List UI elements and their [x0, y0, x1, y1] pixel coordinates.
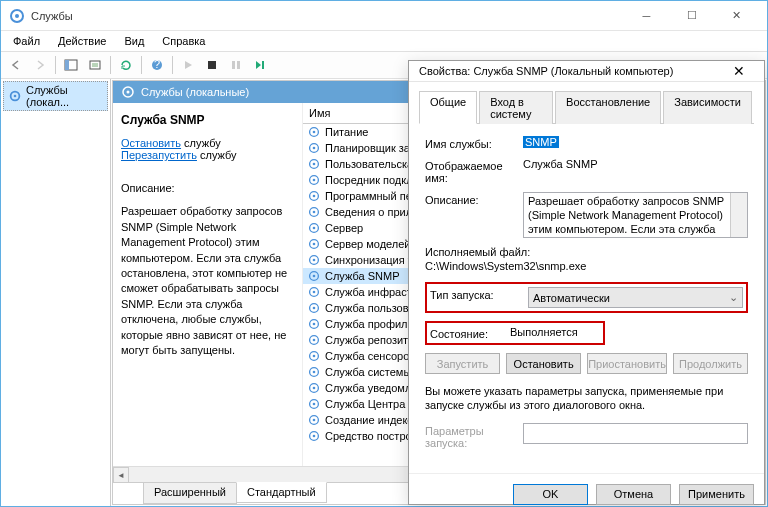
dialog-footer: OK Отмена Применить — [409, 473, 764, 507]
svg-rect-10 — [262, 61, 264, 69]
window-controls: ─ ☐ ✕ — [624, 1, 759, 30]
state-label: Состояние: — [430, 326, 510, 340]
pause-button[interactable]: Приостановить — [587, 353, 667, 374]
menu-help[interactable]: Справка — [154, 33, 213, 49]
startup-combo[interactable]: Автоматически — [528, 287, 743, 308]
svg-point-1 — [15, 14, 19, 18]
tab-recovery[interactable]: Восстановление — [555, 91, 661, 124]
tree-root-label: Службы (локал... — [26, 84, 103, 108]
svg-point-12 — [14, 95, 17, 98]
resume-button[interactable]: Продолжить — [673, 353, 748, 374]
state-highlight: Состояние: Выполняется — [425, 321, 605, 345]
tab-general[interactable]: Общие — [419, 91, 477, 124]
gear-icon — [8, 89, 22, 103]
svg-point-28 — [313, 227, 316, 230]
minimize-button[interactable]: ─ — [624, 1, 669, 30]
titlebar: Службы ─ ☐ ✕ — [1, 1, 767, 31]
play-button[interactable] — [177, 54, 199, 76]
scroll-left-button[interactable]: ◄ — [113, 467, 129, 483]
svg-point-30 — [313, 243, 316, 246]
start-button[interactable]: Запустить — [425, 353, 500, 374]
export-button[interactable] — [84, 54, 106, 76]
selected-service-title: Служба SNMP — [121, 113, 294, 127]
description-textbox[interactable]: Разрешает обработку запросов SNMP (Simpl… — [523, 192, 748, 238]
window-title: Службы — [31, 10, 624, 22]
show-hide-button[interactable] — [60, 54, 82, 76]
tab-logon[interactable]: Вход в систему — [479, 91, 553, 124]
stop-link[interactable]: Остановить — [121, 137, 181, 149]
cancel-button[interactable]: Отмена — [596, 484, 671, 505]
params-input — [523, 423, 748, 444]
maximize-button[interactable]: ☐ — [669, 1, 714, 30]
restart-link[interactable]: Перезапустить — [121, 149, 197, 161]
svg-point-52 — [313, 419, 316, 422]
svg-point-26 — [313, 211, 316, 214]
svg-point-22 — [313, 179, 316, 182]
svg-point-36 — [313, 291, 316, 294]
svg-point-38 — [313, 307, 316, 310]
svg-point-40 — [313, 323, 316, 326]
menu-action[interactable]: Действие — [50, 33, 114, 49]
svg-point-44 — [313, 355, 316, 358]
dialog-tabs: Общие Вход в систему Восстановление Зави… — [419, 90, 754, 124]
restart-button[interactable] — [249, 54, 271, 76]
pause-button[interactable] — [225, 54, 247, 76]
svg-point-42 — [313, 339, 316, 342]
svg-text:?: ? — [154, 59, 160, 70]
dialog-titlebar: Свойства: Служба SNMP (Локальный компьют… — [409, 61, 764, 82]
svg-point-14 — [127, 91, 130, 94]
display-name-value: Служба SNMP — [523, 158, 748, 170]
svg-point-34 — [313, 275, 316, 278]
help-button[interactable]: ? — [146, 54, 168, 76]
tree-root[interactable]: Службы (локал... — [3, 81, 108, 111]
properties-dialog: Свойства: Служба SNMP (Локальный компьют… — [408, 60, 765, 505]
gear-icon — [121, 85, 135, 99]
tree-pane: Службы (локал... — [1, 79, 111, 506]
svg-point-16 — [313, 131, 316, 134]
svg-point-32 — [313, 259, 316, 262]
tab-dependencies[interactable]: Зависимости — [663, 91, 752, 124]
pane-title: Службы (локальные) — [141, 86, 249, 98]
menubar: Файл Действие Вид Справка — [1, 31, 767, 51]
svg-rect-9 — [237, 61, 240, 69]
svg-rect-3 — [65, 60, 69, 70]
startup-label: Тип запуска: — [430, 287, 528, 301]
svg-point-54 — [313, 435, 316, 438]
dialog-title: Свойства: Служба SNMP (Локальный компьют… — [419, 65, 724, 77]
svg-point-46 — [313, 371, 316, 374]
tab-extended[interactable]: Расширенный — [143, 483, 237, 504]
stop-button[interactable] — [201, 54, 223, 76]
svg-rect-7 — [208, 61, 216, 69]
params-hint: Вы можете указать параметры запуска, при… — [425, 384, 748, 413]
tab-standard[interactable]: Стандартный — [236, 482, 327, 503]
svg-rect-4 — [90, 61, 100, 69]
back-button[interactable] — [5, 54, 27, 76]
refresh-button[interactable] — [115, 54, 137, 76]
svg-point-18 — [313, 147, 316, 150]
svg-point-24 — [313, 195, 316, 198]
dialog-close-button[interactable]: ✕ — [724, 61, 754, 81]
display-name-label: Отображаемое имя: — [425, 158, 523, 184]
startup-highlight: Тип запуска: Автоматически — [425, 282, 748, 313]
menu-file[interactable]: Файл — [5, 33, 48, 49]
params-label: Параметры запуска: — [425, 423, 523, 449]
detail-panel: Служба SNMP Остановить службу Перезапуст… — [113, 103, 303, 466]
control-buttons: Запустить Остановить Приостановить Продо… — [425, 353, 748, 374]
menu-view[interactable]: Вид — [116, 33, 152, 49]
svg-point-20 — [313, 163, 316, 166]
svg-rect-8 — [232, 61, 235, 69]
exec-value: C:\Windows\System32\snmp.exe — [425, 260, 748, 272]
svg-point-50 — [313, 403, 316, 406]
description-label: Описание: — [425, 192, 523, 206]
service-name-value: SNMP — [523, 136, 559, 148]
desc-text: Разрешает обработку запросов SNMP (Simpl… — [121, 204, 294, 358]
ok-button[interactable]: OK — [513, 484, 588, 505]
apply-button[interactable]: Применить — [679, 484, 754, 505]
close-button[interactable]: ✕ — [714, 1, 759, 30]
svg-point-48 — [313, 387, 316, 390]
stop-button[interactable]: Остановить — [506, 353, 581, 374]
service-name-label: Имя службы: — [425, 136, 523, 150]
forward-button[interactable] — [29, 54, 51, 76]
state-value: Выполняется — [510, 326, 600, 338]
exec-label: Исполняемый файл: — [425, 246, 748, 258]
